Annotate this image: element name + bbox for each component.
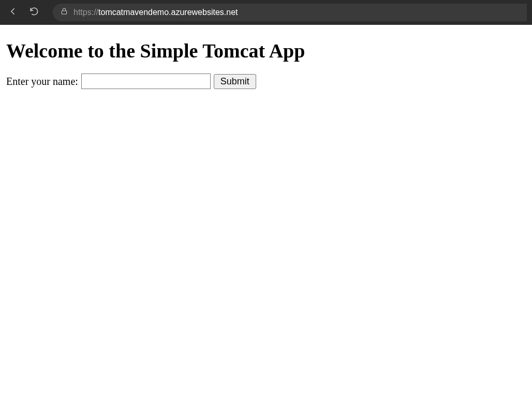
refresh-button[interactable]	[26, 4, 42, 21]
svg-rect-0	[62, 11, 66, 14]
refresh-icon	[29, 6, 39, 19]
url-text: https://tomcatmavendemo.azurewebsites.ne…	[73, 8, 238, 17]
browser-toolbar: https://tomcatmavendemo.azurewebsites.ne…	[0, 0, 532, 25]
submit-button[interactable]: Submit	[214, 74, 256, 89]
lock-icon	[60, 7, 68, 18]
arrow-left-icon	[8, 6, 19, 19]
page-title: Welcome to the Simple Tomcat App	[6, 39, 526, 62]
url-scheme: https://	[73, 8, 98, 17]
page-content: Welcome to the Simple Tomcat App Enter y…	[0, 25, 532, 96]
back-button[interactable]	[5, 4, 22, 21]
name-label: Enter your name:	[6, 76, 78, 88]
address-bar[interactable]: https://tomcatmavendemo.azurewebsites.ne…	[53, 4, 527, 21]
name-input[interactable]	[81, 74, 211, 89]
name-form: Enter your name: Submit	[6, 74, 526, 89]
url-domain: tomcatmavendemo.azurewebsites.net	[98, 8, 238, 17]
